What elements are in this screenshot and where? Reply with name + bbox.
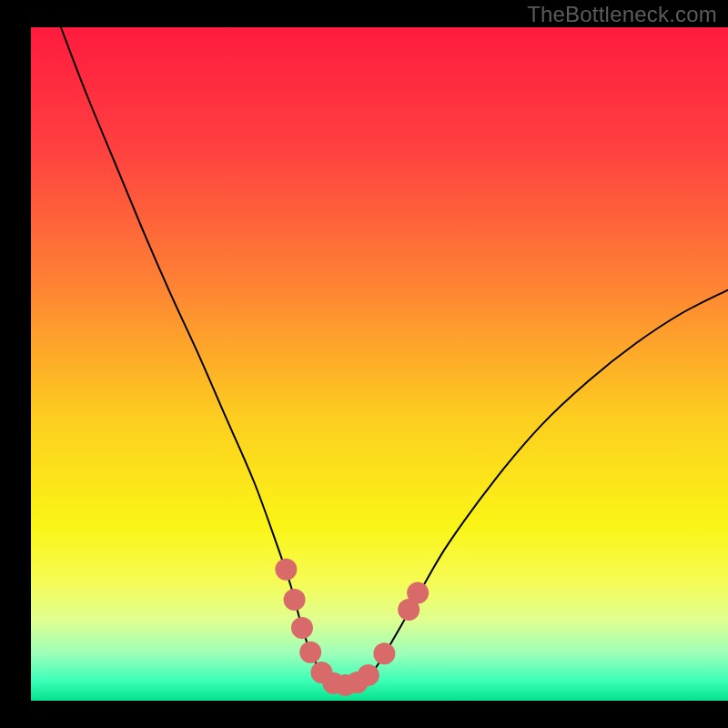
watermark: TheBottleneck.com <box>527 2 717 27</box>
bottleneck-chart: TheBottleneck.com <box>0 0 728 728</box>
chart-svg <box>0 0 728 728</box>
valley-marker <box>291 617 313 639</box>
valley-marker <box>284 589 306 611</box>
valley-marker <box>407 582 429 604</box>
valley-marker <box>299 642 321 663</box>
chart-plot-area <box>31 27 728 701</box>
valley-marker <box>275 559 297 581</box>
valley-marker <box>358 664 379 686</box>
valley-marker <box>373 642 395 664</box>
